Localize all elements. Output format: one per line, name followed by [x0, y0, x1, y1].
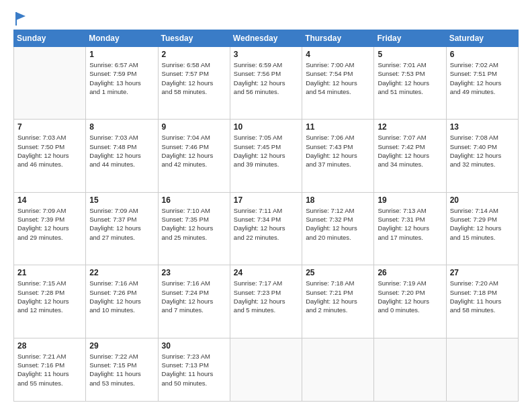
day-number: 3	[234, 50, 298, 59]
day-header-saturday: Saturday	[446, 30, 518, 47]
table-row: 10Sunrise: 7:05 AM Sunset: 7:45 PM Dayli…	[230, 120, 302, 192]
table-row: 3Sunrise: 6:59 AM Sunset: 7:56 PM Daylig…	[230, 47, 302, 120]
cell-info: Sunrise: 7:03 AM Sunset: 7:48 PM Dayligh…	[89, 133, 154, 169]
cell-info: Sunrise: 7:06 AM Sunset: 7:43 PM Dayligh…	[306, 133, 370, 169]
day-header-wednesday: Wednesday	[230, 30, 302, 47]
day-number: 9	[162, 122, 226, 132]
table-row	[302, 338, 374, 401]
day-number: 24	[234, 268, 298, 277]
table-row: 4Sunrise: 7:00 AM Sunset: 7:54 PM Daylig…	[302, 47, 374, 120]
day-number: 11	[306, 122, 370, 132]
cell-info: Sunrise: 7:20 AM Sunset: 7:18 PM Dayligh…	[450, 279, 515, 314]
cell-info: Sunrise: 7:18 AM Sunset: 7:21 PM Dayligh…	[306, 279, 370, 314]
cell-info: Sunrise: 7:21 AM Sunset: 7:16 PM Dayligh…	[17, 352, 82, 387]
table-row: 6Sunrise: 7:02 AM Sunset: 7:51 PM Daylig…	[446, 47, 518, 120]
cell-info: Sunrise: 7:04 AM Sunset: 7:46 PM Dayligh…	[162, 133, 226, 169]
table-row: 14Sunrise: 7:09 AM Sunset: 7:39 PM Dayli…	[14, 192, 86, 265]
cell-info: Sunrise: 7:01 AM Sunset: 7:53 PM Dayligh…	[378, 60, 442, 96]
day-header-friday: Friday	[374, 30, 446, 47]
table-row: 19Sunrise: 7:13 AM Sunset: 7:31 PM Dayli…	[374, 192, 446, 265]
cell-info: Sunrise: 7:00 AM Sunset: 7:54 PM Dayligh…	[306, 60, 370, 96]
day-number: 5	[378, 50, 442, 59]
day-header-thursday: Thursday	[302, 30, 374, 47]
table-row: 28Sunrise: 7:21 AM Sunset: 7:16 PM Dayli…	[14, 338, 86, 401]
header	[13, 12, 519, 23]
table-row: 5Sunrise: 7:01 AM Sunset: 7:53 PM Daylig…	[374, 47, 446, 120]
day-header-tuesday: Tuesday	[158, 30, 230, 47]
table-row: 18Sunrise: 7:12 AM Sunset: 7:32 PM Dayli…	[302, 192, 374, 265]
logo-flag-icon	[15, 11, 27, 26]
day-number: 29	[89, 341, 154, 351]
table-row: 15Sunrise: 7:09 AM Sunset: 7:37 PM Dayli…	[86, 192, 158, 265]
table-row	[374, 338, 446, 401]
table-row	[230, 338, 302, 401]
day-header-sunday: Sunday	[14, 30, 86, 47]
cell-info: Sunrise: 7:07 AM Sunset: 7:42 PM Dayligh…	[378, 133, 442, 169]
table-row: 25Sunrise: 7:18 AM Sunset: 7:21 PM Dayli…	[302, 265, 374, 338]
day-number: 22	[89, 268, 154, 277]
cell-info: Sunrise: 7:10 AM Sunset: 7:35 PM Dayligh…	[162, 206, 226, 242]
day-number: 13	[450, 122, 515, 132]
table-row	[446, 338, 518, 401]
table-row: 16Sunrise: 7:10 AM Sunset: 7:35 PM Dayli…	[158, 192, 230, 265]
day-number: 23	[162, 268, 226, 277]
table-row: 23Sunrise: 7:16 AM Sunset: 7:24 PM Dayli…	[158, 265, 230, 338]
day-number: 4	[306, 50, 370, 59]
table-row: 2Sunrise: 6:58 AM Sunset: 7:57 PM Daylig…	[158, 47, 230, 120]
cell-info: Sunrise: 7:15 AM Sunset: 7:28 PM Dayligh…	[17, 279, 82, 314]
day-number: 15	[89, 195, 154, 205]
day-number: 19	[378, 195, 442, 205]
table-row: 21Sunrise: 7:15 AM Sunset: 7:28 PM Dayli…	[14, 265, 86, 338]
day-number: 16	[162, 195, 226, 205]
calendar-table: SundayMondayTuesdayWednesdayThursdayFrid…	[13, 30, 519, 402]
day-number: 20	[450, 195, 515, 205]
cell-info: Sunrise: 6:57 AM Sunset: 7:59 PM Dayligh…	[89, 60, 154, 96]
table-row: 9Sunrise: 7:04 AM Sunset: 7:46 PM Daylig…	[158, 120, 230, 192]
cell-info: Sunrise: 7:03 AM Sunset: 7:50 PM Dayligh…	[17, 133, 82, 169]
day-header-monday: Monday	[86, 30, 158, 47]
table-row: 8Sunrise: 7:03 AM Sunset: 7:48 PM Daylig…	[86, 120, 158, 192]
table-row: 22Sunrise: 7:16 AM Sunset: 7:26 PM Dayli…	[86, 265, 158, 338]
day-number: 12	[378, 122, 442, 132]
cell-info: Sunrise: 7:08 AM Sunset: 7:40 PM Dayligh…	[450, 133, 515, 169]
cell-info: Sunrise: 7:16 AM Sunset: 7:26 PM Dayligh…	[89, 279, 154, 314]
table-row: 30Sunrise: 7:23 AM Sunset: 7:13 PM Dayli…	[158, 338, 230, 401]
cell-info: Sunrise: 7:05 AM Sunset: 7:45 PM Dayligh…	[234, 133, 298, 169]
table-row: 29Sunrise: 7:22 AM Sunset: 7:15 PM Dayli…	[86, 338, 158, 401]
cell-info: Sunrise: 7:14 AM Sunset: 7:29 PM Dayligh…	[450, 206, 515, 242]
table-row: 1Sunrise: 6:57 AM Sunset: 7:59 PM Daylig…	[86, 47, 158, 120]
table-row: 12Sunrise: 7:07 AM Sunset: 7:42 PM Dayli…	[374, 120, 446, 192]
table-row: 17Sunrise: 7:11 AM Sunset: 7:34 PM Dayli…	[230, 192, 302, 265]
table-row: 7Sunrise: 7:03 AM Sunset: 7:50 PM Daylig…	[14, 120, 86, 192]
cell-info: Sunrise: 7:11 AM Sunset: 7:34 PM Dayligh…	[234, 206, 298, 242]
cell-info: Sunrise: 7:13 AM Sunset: 7:31 PM Dayligh…	[378, 206, 442, 242]
cell-info: Sunrise: 7:23 AM Sunset: 7:13 PM Dayligh…	[162, 352, 226, 387]
day-number: 14	[17, 195, 82, 205]
day-number: 17	[234, 195, 298, 205]
table-row	[14, 47, 86, 120]
day-number: 7	[17, 122, 82, 132]
cell-info: Sunrise: 7:09 AM Sunset: 7:39 PM Dayligh…	[17, 206, 82, 242]
cell-info: Sunrise: 7:09 AM Sunset: 7:37 PM Dayligh…	[89, 206, 154, 242]
cell-info: Sunrise: 7:19 AM Sunset: 7:20 PM Dayligh…	[378, 279, 442, 314]
cell-info: Sunrise: 6:59 AM Sunset: 7:56 PM Dayligh…	[234, 60, 298, 96]
day-number: 18	[306, 195, 370, 205]
table-row: 27Sunrise: 7:20 AM Sunset: 7:18 PM Dayli…	[446, 265, 518, 338]
day-number: 10	[234, 122, 298, 132]
cell-info: Sunrise: 7:22 AM Sunset: 7:15 PM Dayligh…	[89, 352, 154, 387]
cell-info: Sunrise: 7:02 AM Sunset: 7:51 PM Dayligh…	[450, 60, 515, 96]
day-number: 8	[89, 122, 154, 132]
day-number: 27	[450, 268, 515, 277]
table-row: 24Sunrise: 7:17 AM Sunset: 7:23 PM Dayli…	[230, 265, 302, 338]
cell-info: Sunrise: 7:16 AM Sunset: 7:24 PM Dayligh…	[162, 279, 226, 314]
day-number: 26	[378, 268, 442, 277]
cell-info: Sunrise: 6:58 AM Sunset: 7:57 PM Dayligh…	[162, 60, 226, 96]
day-number: 28	[17, 341, 82, 351]
day-number: 25	[306, 268, 370, 277]
table-row: 13Sunrise: 7:08 AM Sunset: 7:40 PM Dayli…	[446, 120, 518, 192]
svg-marker-0	[16, 12, 26, 20]
cell-info: Sunrise: 7:17 AM Sunset: 7:23 PM Dayligh…	[234, 279, 298, 314]
table-row: 11Sunrise: 7:06 AM Sunset: 7:43 PM Dayli…	[302, 120, 374, 192]
logo	[13, 12, 27, 23]
day-number: 2	[162, 50, 226, 59]
